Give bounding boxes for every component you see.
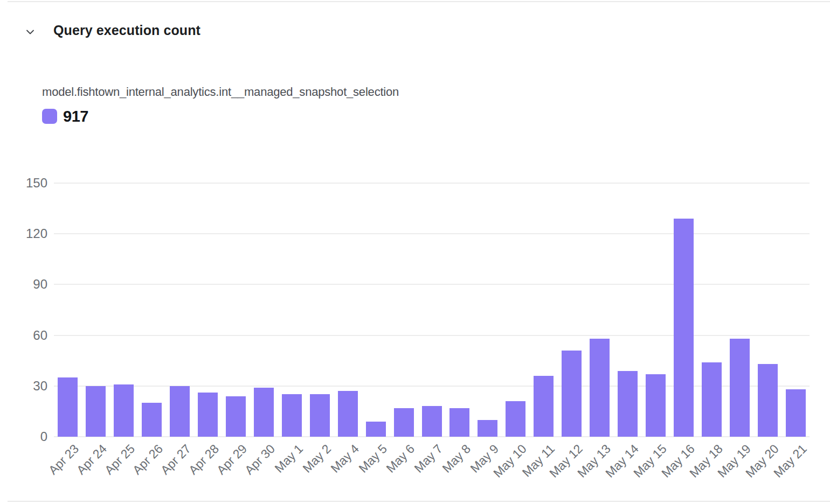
bar[interactable] bbox=[590, 339, 610, 437]
bar[interactable] bbox=[422, 406, 442, 437]
x-axis-label: May 4 bbox=[328, 442, 362, 475]
y-axis-label: 120 bbox=[0, 226, 47, 242]
bar[interactable] bbox=[702, 362, 722, 437]
x-axis-label: Apr 29 bbox=[214, 442, 250, 478]
bar[interactable] bbox=[310, 394, 330, 437]
bar[interactable] bbox=[758, 364, 778, 437]
bar[interactable] bbox=[86, 386, 106, 437]
gridline bbox=[54, 386, 810, 387]
bar[interactable] bbox=[254, 388, 274, 437]
x-axis-label: Apr 27 bbox=[158, 442, 194, 478]
y-axis-label: 0 bbox=[0, 429, 47, 445]
x-axis-label: Apr 24 bbox=[74, 442, 110, 478]
x-axis-label: Apr 23 bbox=[46, 442, 82, 478]
bar[interactable] bbox=[170, 386, 190, 437]
x-axis-label: May 2 bbox=[300, 442, 334, 475]
bar[interactable] bbox=[114, 384, 134, 437]
bar[interactable] bbox=[142, 403, 162, 437]
gridline bbox=[54, 284, 810, 285]
y-axis-label: 30 bbox=[0, 378, 47, 394]
bar[interactable] bbox=[226, 396, 246, 437]
bar[interactable] bbox=[366, 422, 386, 437]
x-axis-label: Apr 25 bbox=[102, 442, 138, 478]
x-axis-label: Apr 30 bbox=[242, 442, 278, 478]
bar[interactable] bbox=[449, 408, 469, 437]
x-axis-label: May 5 bbox=[356, 442, 390, 475]
x-axis-label: May 8 bbox=[440, 442, 474, 475]
x-axis-label: May 7 bbox=[412, 442, 446, 475]
gridline bbox=[54, 335, 810, 336]
bar[interactable] bbox=[282, 394, 302, 437]
bar[interactable] bbox=[338, 391, 358, 437]
gridline bbox=[54, 183, 810, 184]
panel-bottom-border bbox=[8, 501, 830, 502]
gridline bbox=[54, 233, 810, 234]
x-axis-label: Apr 28 bbox=[186, 442, 222, 478]
x-axis-label: May 1 bbox=[272, 442, 306, 475]
bar[interactable] bbox=[198, 393, 218, 437]
bar[interactable] bbox=[562, 351, 582, 437]
bar[interactable] bbox=[674, 219, 694, 437]
query-execution-panel: Query execution count model.fishtown_int… bbox=[0, 0, 830, 504]
bar[interactable] bbox=[58, 377, 78, 437]
bar[interactable] bbox=[394, 408, 414, 437]
bar-chart: 0306090120150Apr 23Apr 24Apr 25Apr 26Apr… bbox=[0, 0, 830, 504]
x-axis-label: Apr 26 bbox=[130, 442, 166, 478]
y-axis-label: 90 bbox=[0, 276, 47, 292]
y-axis-label: 60 bbox=[0, 327, 47, 344]
bar[interactable] bbox=[618, 371, 638, 437]
bar[interactable] bbox=[534, 376, 554, 437]
bar[interactable] bbox=[506, 401, 525, 437]
bar[interactable] bbox=[646, 374, 666, 437]
bar[interactable] bbox=[478, 420, 497, 437]
x-axis-label: May 6 bbox=[384, 442, 418, 475]
bar[interactable] bbox=[730, 339, 750, 437]
y-axis-label: 150 bbox=[0, 175, 47, 191]
bar[interactable] bbox=[786, 389, 806, 437]
